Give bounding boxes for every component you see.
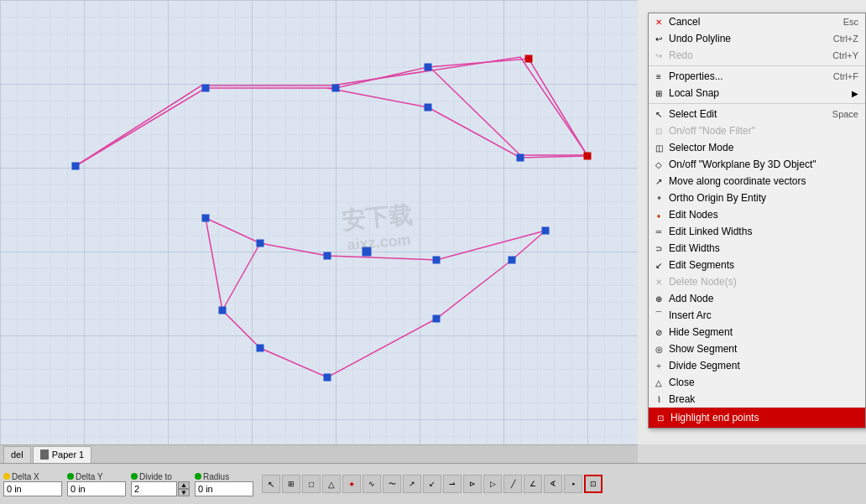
edit-widths-icon: ⊃: [653, 242, 665, 254]
divide-to-field: Divide to ▲ ▼: [131, 472, 190, 496]
wave-tool-icon[interactable]: ∿: [363, 475, 381, 493]
ortho-origin-icon: ⌖: [653, 192, 665, 204]
selector-mode-icon: ◫: [653, 142, 665, 153]
page-icon: [40, 449, 49, 460]
svg-rect-5: [332, 85, 339, 91]
menu-item-move-vectors[interactable]: ↗ Move along coordinate vectors: [649, 173, 865, 190]
menu-item-show-segment[interactable]: ◎ Show Segment: [649, 340, 865, 357]
snap-tool-icon[interactable]: ⊞: [282, 475, 300, 493]
marker-tool-icon[interactable]: ✦: [342, 475, 361, 493]
menu-item-close[interactable]: △ Close: [649, 374, 865, 391]
line-tool-icon[interactable]: ╱: [503, 475, 522, 493]
svg-rect-20: [509, 257, 515, 263]
undo-polyline-icon: ↩: [653, 33, 665, 44]
toolbar-icons: ↖ ⊞ □ △ ✦ ∿ 〜 ↗ ↙ ⇀ ⊳ ▷ ╱ ∠ ∢ ▪ ⊡: [262, 475, 603, 493]
menu-item-insert-arc[interactable]: ⌒ Insert Arc: [649, 307, 865, 324]
svg-rect-2: [0, 0, 638, 444]
local-snap-icon: ⊞: [653, 87, 665, 99]
delta-y-field: Delta Y: [67, 472, 126, 496]
menu-item-divide-segment[interactable]: ÷ Divide Segment: [649, 357, 865, 374]
menu-item-edit-linked-widths[interactable]: ═ Edit Linked Widths: [649, 223, 865, 240]
delta-y-label: Delta Y: [67, 472, 103, 481]
svg-rect-16: [219, 307, 226, 314]
tab-paper1[interactable]: Paper 1: [33, 446, 92, 463]
delta-x-input[interactable]: [3, 481, 62, 496]
svg-rect-14: [433, 257, 440, 263]
menu-item-hide-segment[interactable]: ⊘ Hide Segment: [649, 324, 865, 340]
workplane-3d-icon: ◇: [653, 158, 665, 170]
tab-paper1-label: Paper 1: [52, 449, 85, 460]
menu-item-highlight-endpoints[interactable]: ⊡ Highlight end points: [649, 408, 865, 428]
delta-y-input[interactable]: [67, 481, 126, 496]
menu-item-node-filter: ⊡ On/off "Node Filter": [649, 122, 865, 139]
arrow2-tool-icon[interactable]: ↗: [403, 475, 421, 493]
menu-item-select-edit[interactable]: ↖ Select Edit Space: [649, 106, 865, 122]
menu-item-selector-mode[interactable]: ◫ Selector Mode: [649, 139, 865, 156]
svg-rect-6: [425, 64, 431, 70]
angle-tool-icon[interactable]: ∠: [524, 475, 542, 493]
divide-down-btn[interactable]: ▼: [178, 489, 190, 496]
arrow3-tool-icon[interactable]: ↙: [423, 475, 441, 493]
divide-to-label: Divide to: [131, 472, 172, 481]
wave2-tool-icon[interactable]: 〜: [383, 475, 401, 493]
tri2-tool-icon[interactable]: ▷: [483, 475, 502, 493]
menu-item-edit-widths[interactable]: ⊃ Edit Widths: [649, 240, 865, 257]
svg-rect-17: [257, 345, 263, 351]
angle2-tool-icon[interactable]: ∢: [544, 475, 562, 493]
insert-arc-icon: ⌒: [653, 309, 665, 321]
break-icon: ⌇: [653, 393, 665, 405]
redo-icon: ↪: [653, 49, 665, 61]
rect-tool-icon[interactable]: □: [302, 475, 321, 493]
highlight-endpoints-icon: ⊡: [655, 412, 666, 423]
triangle-tool-icon[interactable]: △: [322, 475, 341, 493]
svg-rect-9: [517, 154, 524, 161]
delete-nodes-icon: ✕: [653, 276, 665, 288]
arrow5-tool-icon[interactable]: ⊳: [463, 475, 482, 493]
arrow-tool-icon[interactable]: ↖: [262, 475, 280, 493]
sq-tool-icon[interactable]: ▪: [564, 475, 582, 493]
svg-rect-8: [584, 153, 591, 159]
node-filter-icon: ⊡: [653, 125, 665, 137]
arrow4-tool-icon[interactable]: ⇀: [443, 475, 462, 493]
divide-to-input[interactable]: [131, 481, 177, 496]
tab-del-label: del: [11, 449, 23, 460]
status-bar: Delta X Delta Y Divide to ▲ ▼ Radius: [0, 463, 866, 504]
radius-field: Radius: [195, 472, 253, 496]
menu-item-workplane-3d[interactable]: ◇ On/off "Workplane By 3D Object": [649, 156, 865, 173]
svg-rect-15: [542, 227, 549, 234]
menu-item-local-snap[interactable]: ⊞ Local Snap ▶: [649, 85, 865, 101]
svg-rect-3: [72, 163, 79, 169]
show-segment-icon: ◎: [653, 343, 665, 355]
svg-rect-10: [425, 104, 431, 111]
add-node-icon: ⊕: [653, 293, 665, 304]
radius-input[interactable]: [195, 481, 253, 496]
svg-rect-4: [202, 85, 209, 91]
menu-item-properties[interactable]: ≡ Properties... Ctrl+F: [649, 68, 865, 85]
delta-x-dot: [3, 473, 10, 480]
radius-dot: [195, 473, 201, 480]
edit-linked-widths-icon: ═: [653, 226, 665, 237]
menu-item-edit-segments[interactable]: ↙ Edit Segments: [649, 257, 865, 273]
divide-to-spinbox: ▲ ▼: [178, 481, 190, 496]
tab-bar: del Paper 1: [0, 444, 638, 463]
edit-segments-icon: ↙: [653, 259, 665, 271]
endpoint-tool-icon[interactable]: ⊡: [584, 475, 603, 493]
divide-to-dot: [131, 473, 138, 480]
menu-item-cancel[interactable]: ✕ Cancel Esc: [649, 13, 865, 30]
context-menu: ✕ Cancel Esc ↩ Undo Polyline Ctrl+Z ↪ Re…: [648, 13, 866, 429]
edit-nodes-icon: ⬥: [653, 209, 665, 221]
menu-item-undo-polyline[interactable]: ↩ Undo Polyline Ctrl+Z: [649, 30, 865, 47]
menu-item-break[interactable]: ⌇ Break: [649, 391, 865, 408]
close-polyline-icon: △: [653, 377, 665, 388]
svg-rect-7: [525, 55, 532, 62]
divide-up-btn[interactable]: ▲: [178, 481, 190, 489]
menu-item-redo: ↪ Redo Ctrl+Y: [649, 47, 865, 64]
svg-rect-12: [257, 240, 263, 247]
hide-segment-icon: ⊘: [653, 326, 665, 338]
menu-item-edit-nodes[interactable]: ⬥ Edit Nodes: [649, 206, 865, 223]
tab-del[interactable]: del: [3, 446, 31, 463]
menu-item-ortho-origin[interactable]: ⌖ Ortho Origin By Entity: [649, 190, 865, 206]
svg-rect-11: [202, 215, 209, 221]
radius-label: Radius: [195, 472, 229, 481]
menu-item-add-node[interactable]: ⊕ Add Node: [649, 290, 865, 307]
